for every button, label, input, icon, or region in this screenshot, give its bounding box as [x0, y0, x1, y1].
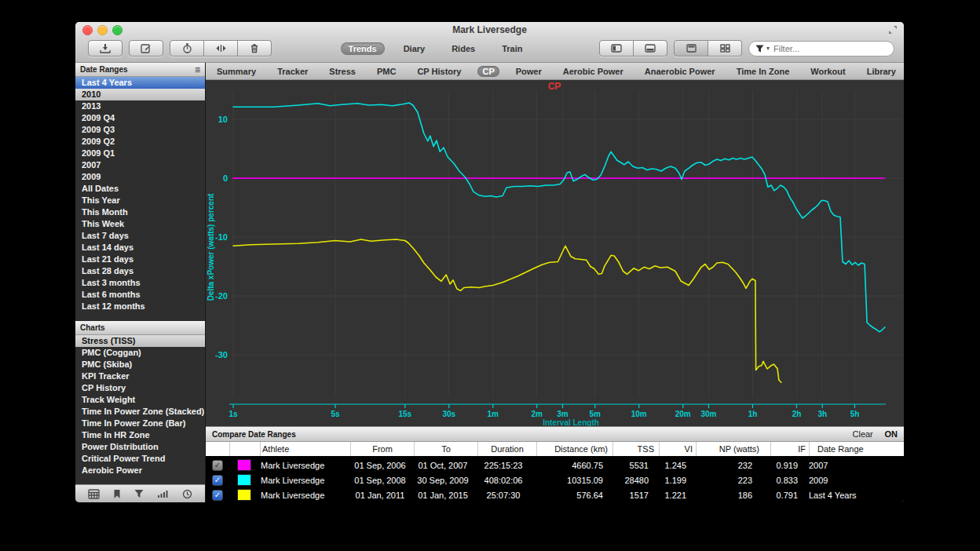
cp-chart-svg[interactable]: 100-10-20-301s5s15s30s1m2m3m5m10m20m30m1… [206, 80, 904, 426]
clock-icon[interactable] [182, 489, 192, 499]
x-axis-tick-label: 1h [748, 410, 758, 418]
compare-on-button[interactable]: ON [885, 429, 898, 439]
date-range-item-2009-q1[interactable]: 2009 Q1 [75, 148, 205, 159]
series-line-last-4-years [233, 239, 781, 382]
view-tab-rides[interactable]: Rides [444, 42, 483, 55]
chart-item-power-distribution[interactable]: Power Distribution [75, 441, 205, 453]
cell-from: 01 Sep, 2006 [349, 458, 411, 473]
bookmark-icon[interactable] [113, 489, 121, 499]
cell-vi: 1.199 [653, 473, 689, 487]
layout-style-group [674, 40, 742, 57]
charts-list: Stress (TISS)PMC (Coggan)PMC (Skiba)KPI … [75, 335, 205, 476]
date-range-item-2009-q3[interactable]: 2009 Q3 [75, 124, 205, 136]
tab-pmc[interactable]: PMC [372, 66, 400, 77]
date-range-item-this-week[interactable]: This Week [75, 218, 205, 230]
column-header-to: To [415, 442, 478, 456]
row-checkbox[interactable]: ✓ [212, 475, 223, 486]
filter-icon[interactable] [134, 489, 144, 498]
fullscreen-icon[interactable] [888, 25, 898, 35]
toggle-sidebar-button[interactable] [599, 40, 634, 57]
row-checkbox[interactable]: ✓ [212, 490, 223, 501]
view-tab-trends[interactable]: Trends [341, 42, 385, 55]
chart-item-time-in-power-zone-bar[interactable]: Time In Power Zone (Bar) [75, 418, 205, 429]
tab-summary[interactable]: Summary [212, 66, 261, 77]
chart-item-track-weight[interactable]: Track Weight [75, 394, 205, 406]
filter-field[interactable]: ▾ [748, 41, 894, 57]
tab-time-in-zone[interactable]: Time In Zone [732, 66, 795, 77]
tabbed-view-button[interactable] [674, 40, 708, 57]
tab-tracker[interactable]: Tracker [272, 66, 313, 77]
date-range-item-this-year[interactable]: This Year [75, 195, 205, 206]
chart-item-pmc-skiba[interactable]: PMC (Skiba) [75, 359, 205, 370]
activity-tools-group [170, 40, 272, 57]
date-range-item-this-month[interactable]: This Month [75, 206, 205, 218]
y-axis-tick-label: -30 [215, 350, 228, 359]
cell-to: 01 Oct, 2007 [411, 458, 474, 473]
date-range-item-2013[interactable]: 2013 [75, 100, 205, 112]
split-activity-button[interactable] [204, 40, 238, 57]
chart-item-time-in-power-zone-stacked[interactable]: Time In Power Zone (Stacked) [75, 406, 205, 418]
date-range-item-last-4-years[interactable]: Last 4 Years [75, 77, 205, 89]
download-button[interactable] [88, 40, 122, 57]
charts-title: Charts [80, 323, 105, 332]
x-axis-tick-label: 20m [675, 410, 691, 418]
tab-stress[interactable]: Stress [324, 66, 360, 77]
date-range-item-2009-q4[interactable]: 2009 Q4 [75, 112, 205, 124]
date-range-item-all-dates[interactable]: All Dates [75, 183, 205, 195]
chart-bars-icon[interactable] [157, 489, 169, 498]
compare-row-last-4-years: ✓Mark Liversedge01 Jan, 201101 Jan, 2015… [206, 487, 904, 502]
compare-column-headers: AthleteFromToDurationDistance (km)TSSVIN… [206, 442, 904, 458]
date-range-item-last-7-days[interactable]: Last 7 days [75, 230, 205, 242]
date-range-item-last-3-months[interactable]: Last 3 months [75, 277, 205, 289]
tiled-view-button[interactable] [708, 40, 742, 57]
range-color-swatch [237, 459, 251, 471]
chart-item-kpi-tracker[interactable]: KPI Tracker [75, 370, 205, 382]
edit-activity-button[interactable] [129, 40, 163, 57]
column-header-col0 [206, 442, 230, 456]
sidebar-spacer-2 [75, 476, 205, 485]
date-range-item-2010[interactable]: 2010 [75, 89, 205, 100]
view-tab-diary[interactable]: Diary [396, 42, 433, 55]
date-range-item-2007[interactable]: 2007 [75, 159, 205, 171]
clear-button[interactable]: Clear [853, 429, 873, 439]
toggle-lowbar-button[interactable] [634, 40, 667, 57]
cell-vi: 1.221 [653, 487, 689, 502]
row-checkbox[interactable]: ✓ [212, 460, 223, 471]
chart-item-cp-history[interactable]: CP History [75, 382, 205, 394]
date-range-item-2009-q2[interactable]: 2009 Q2 [75, 136, 205, 148]
cell-tss: 5531 [608, 458, 653, 473]
filter-dropdown-icon[interactable]: ▾ [766, 45, 770, 52]
tab-power[interactable]: Power [511, 66, 547, 77]
date-range-item-last-21-days[interactable]: Last 21 days [75, 254, 205, 265]
tab-anaerobic-power[interactable]: Anaerobic Power [640, 66, 720, 77]
date-range-item-last-28-days[interactable]: Last 28 days [75, 265, 205, 277]
chart-item-aerobic-power[interactable]: Aerobic Power [75, 465, 205, 476]
date-range-item-last-6-months[interactable]: Last 6 months [75, 289, 205, 301]
tab-aerobic-power[interactable]: Aerobic Power [558, 66, 628, 77]
tab-library[interactable]: Library [862, 66, 901, 77]
chart-item-time-in-hr-zone[interactable]: Time In HR Zone [75, 429, 205, 441]
view-tab-train[interactable]: Train [494, 42, 530, 55]
date-ranges-menu-icon[interactable]: ≡ [195, 66, 200, 74]
series-line-2009 [233, 103, 885, 332]
x-axis-tick-label: 5m [590, 410, 602, 418]
main-area: SummaryTrackerStressPMCCP HistoryCPPower… [206, 63, 904, 502]
delete-activity-button[interactable] [238, 40, 272, 57]
chart-item-pmc-coggan[interactable]: PMC (Coggan) [75, 347, 205, 359]
cell-np: 186 [689, 487, 763, 502]
tab-cp-history[interactable]: CP History [412, 66, 466, 77]
stopwatch-button[interactable] [170, 40, 204, 57]
chart-item-critical-power-trend[interactable]: Critical Power Trend [75, 453, 205, 465]
tab-workout[interactable]: Workout [806, 66, 850, 77]
calendar-icon[interactable] [88, 489, 100, 499]
date-range-item-2009[interactable]: 2009 [75, 171, 205, 183]
date-range-item-last-12-months[interactable]: Last 12 months [75, 301, 205, 312]
filter-input[interactable] [772, 43, 887, 54]
titlebar[interactable]: Mark Liversedge [75, 22, 904, 38]
chart-item-stress-tiss[interactable]: Stress (TISS) [75, 335, 205, 347]
window-chrome: Mark Liversedge [75, 22, 904, 63]
tab-cp[interactable]: CP [477, 66, 499, 77]
date-range-item-last-14-days[interactable]: Last 14 days [75, 242, 205, 254]
cp-chart[interactable]: 100-10-20-301s5s15s30s1m2m3m5m10m20m30m1… [206, 80, 904, 426]
column-header-tss: TSS [613, 442, 660, 456]
